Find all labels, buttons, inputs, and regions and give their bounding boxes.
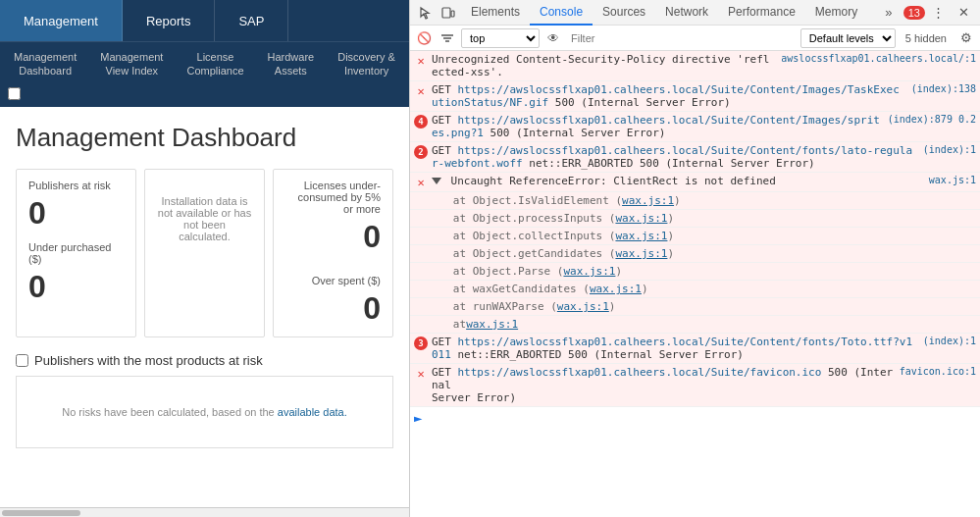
prompt-cursor[interactable] [428, 412, 435, 425]
clear-console-btn[interactable]: 🚫 [414, 28, 434, 48]
msg-source-6[interactable]: (index):1 [923, 336, 976, 346]
card-licenses-value: 0 [285, 219, 381, 255]
card-licenses-label: Licenses under-consumed by 5% or more [285, 180, 381, 215]
msg-source-2[interactable]: (index):138 [911, 83, 976, 94]
card-installation-data: Installation data is not available or ha… [144, 169, 265, 337]
msg-content-7: GET https://awslocssflxap01.calheers.loc… [432, 366, 894, 404]
context-selector[interactable]: top [461, 28, 540, 48]
error-icon-5: ✕ [414, 176, 428, 189]
console-msg-nf-gif: ✕ GET https://awslocssflxap01.calheers.l… [410, 81, 980, 112]
subnav-license-compliance[interactable]: LicenseCompliance [177, 46, 253, 83]
inspect-icon[interactable] [414, 2, 436, 24]
link-lato[interactable]: https://awslocssflxap01.calheers.local/S… [432, 144, 912, 170]
section-title: Publishers with the most products at ris… [16, 353, 393, 368]
no-data-box: No risks have been calculated, based on … [16, 376, 393, 448]
badge-icon-3: 3 [414, 336, 428, 350]
nav-tab-reports[interactable]: Reports [123, 0, 216, 41]
main-content: Management Dashboard Publishers at risk … [0, 107, 409, 507]
wax-link-6[interactable]: wax.js:1 [590, 283, 642, 295]
msg-source-7[interactable]: favicon.ico:1 [900, 366, 976, 377]
svg-rect-0 [442, 8, 450, 18]
link-favicon[interactable]: https://awslocssflxap01.calheers.local/S… [458, 366, 822, 379]
right-panel: Elements Console Sources Network Perform… [410, 0, 980, 517]
tab-console[interactable]: Console [530, 0, 593, 26]
hidden-count: 5 hidden [900, 32, 953, 44]
error-icon-7: ✕ [414, 367, 428, 381]
devtools-tabs-bar: Elements Console Sources Network Perform… [410, 0, 980, 26]
msg-content-3: GET https://awslocssflxap01.calheers.loc… [432, 114, 882, 139]
wax-link-1[interactable]: wax.js:1 [622, 194, 674, 207]
console-toolbar: 🚫 top 👁 Default levels 5 hidden ⚙ [410, 26, 980, 51]
error-icon-1: ✕ [414, 54, 428, 68]
levels-select[interactable]: Default levels [800, 28, 896, 48]
card-under-purchased-value: 0 [28, 269, 124, 305]
console-msg-favicon: ✕ GET https://awslocssflxap01.calheers.l… [410, 364, 980, 407]
left-panel: Management Reports SAP ManagementDashboa… [0, 0, 410, 517]
tab-sources[interactable]: Sources [593, 0, 655, 26]
wax-link-5[interactable]: wax.js:1 [563, 265, 615, 278]
wax-link-8[interactable]: wax.js:1 [466, 318, 518, 331]
device-icon[interactable] [438, 2, 459, 24]
checkbox-row [0, 83, 409, 107]
devtools-menu-btn[interactable]: ⋮ [927, 2, 949, 24]
msg-content-4: GET https://awslocssflxap01.calheers.loc… [432, 144, 917, 170]
nav-tab-sap[interactable]: SAP [215, 0, 288, 41]
available-data-link[interactable]: available data. [278, 406, 347, 418]
card-overspent-label: Over spent ($) [285, 275, 381, 286]
stack-line-7: at runWAXParse (wax.js:1) [410, 298, 980, 316]
scroll-area[interactable] [0, 507, 409, 517]
expand-toggle-5[interactable] [432, 178, 441, 184]
console-messages: ✕ Unrecognized Content-Security-Policy d… [410, 51, 980, 517]
msg-content-6: GET https://awslocssflxap01.calheers.loc… [432, 336, 917, 361]
badge-icon-4: 4 [414, 115, 428, 129]
tab-memory[interactable]: Memory [805, 0, 867, 26]
console-settings-btn[interactable]: ⚙ [956, 28, 976, 48]
link-toto[interactable]: https://awslocssflxap01.calheers.local/S… [432, 336, 912, 361]
sub-nav: ManagementDashboard ManagementView Index… [0, 41, 409, 83]
nav-tab-management[interactable]: Management [0, 0, 123, 41]
card-publishers-label: Publishers at risk [28, 180, 124, 191]
link-sprites[interactable]: https://awslocssflxap01.calheers.local/S… [432, 114, 880, 139]
stack-line-4: at Object.getCandidates (wax.js:1) [410, 245, 980, 263]
subnav-management-view-index[interactable]: ManagementView Index [90, 46, 173, 83]
stack-line-6: at waxGetCandidates (wax.js:1) [410, 281, 980, 298]
console-msg-toto: 3 GET https://awslocssflxap01.calheers.l… [410, 334, 980, 364]
card-licenses-underconsumed: Licenses under-consumed by 5% or more 0 … [273, 169, 393, 337]
section-title-text: Publishers with the most products at ris… [34, 353, 263, 368]
wax-link-3[interactable]: wax.js:1 [615, 230, 667, 242]
wax-link-4[interactable]: wax.js:1 [615, 247, 667, 260]
card-under-purchased-label: Under purchased ($) [28, 241, 124, 265]
filter-input[interactable] [567, 28, 797, 48]
card-overspent-value: 0 [285, 290, 381, 327]
section-checkbox[interactable] [16, 354, 28, 367]
console-prompt-row: ► [410, 407, 980, 429]
stack-line-5: at Object.Parse (wax.js:1) [410, 263, 980, 281]
stack-line-3: at Object.collectInputs (wax.js:1) [410, 228, 980, 245]
prompt-icon: ► [414, 410, 422, 426]
error-count-badge: 13 [903, 6, 925, 20]
tab-elements[interactable]: Elements [461, 0, 530, 26]
more-tabs-btn[interactable]: » [878, 2, 900, 24]
wax-link-7[interactable]: wax.js:1 [557, 300, 609, 313]
subnav-checkbox[interactable] [8, 87, 21, 100]
stack-line-8: at wax.js:1 [410, 316, 980, 334]
msg-source-5[interactable]: wax.js:1 [929, 175, 976, 185]
error-icon-2: ✕ [414, 84, 428, 98]
devtools-close-btn[interactable]: ✕ [953, 2, 974, 24]
msg-source-4[interactable]: (index):1 [923, 144, 976, 155]
link-nf-gif[interactable]: https://awslocssflxap01.calheers.local/S… [432, 83, 900, 109]
subnav-discovery-inventory[interactable]: Discovery &Inventory [328, 46, 405, 83]
tab-network[interactable]: Network [655, 0, 718, 26]
console-msg-sprites: 4 GET https://awslocssflxap01.calheers.l… [410, 112, 980, 142]
msg-source-1[interactable]: awslocssflxap01.calheers.local/:1 [781, 53, 976, 64]
console-msg-lato: 2 GET https://awslocssflxap01.calheers.l… [410, 142, 980, 173]
subnav-hardware-assets[interactable]: HardwareAssets [258, 46, 325, 83]
eye-btn[interactable]: 👁 [543, 28, 563, 48]
wax-link-2[interactable]: wax.js:1 [615, 212, 667, 225]
filter-toggle-btn[interactable] [438, 28, 457, 48]
msg-content-2: GET https://awslocssflxap01.calheers.loc… [432, 83, 905, 109]
scroll-thumb [2, 510, 80, 516]
msg-source-3[interactable]: (index):879 0.2 [888, 114, 976, 125]
subnav-management-dashboard[interactable]: ManagementDashboard [4, 46, 86, 83]
tab-performance[interactable]: Performance [718, 0, 805, 26]
